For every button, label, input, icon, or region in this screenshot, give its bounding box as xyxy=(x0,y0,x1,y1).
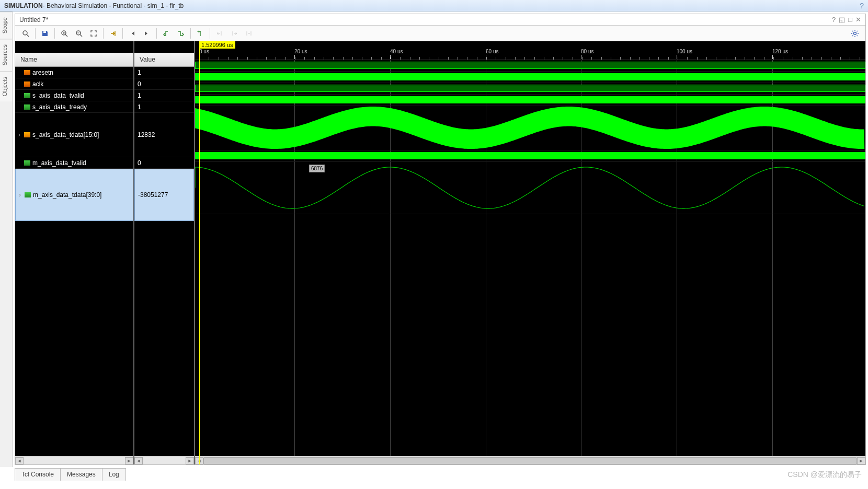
panel-help-icon[interactable]: ? xyxy=(832,16,836,24)
go-to-start-icon[interactable] xyxy=(126,27,139,40)
tab-messages[interactable]: Messages xyxy=(60,468,102,481)
signal-type-icon xyxy=(24,160,30,166)
svg-line-9 xyxy=(80,34,82,37)
tab-tcl-console[interactable]: Tcl Console xyxy=(15,468,61,481)
ruler-tick: 40 us xyxy=(390,49,403,54)
panel-restore-icon[interactable]: ◱ xyxy=(839,16,845,24)
scroll-right-icon[interactable]: ► xyxy=(125,457,133,464)
next-transition-icon[interactable] xyxy=(175,27,187,40)
value-header[interactable]: Value xyxy=(134,53,194,67)
scroll-right-icon[interactable]: ► xyxy=(857,457,865,464)
cursor-time-label[interactable]: 1.529996 us xyxy=(199,41,235,49)
tab-log[interactable]: Log xyxy=(102,468,126,481)
tab-objects[interactable]: Objects xyxy=(0,71,12,101)
waveform-row[interactable] xyxy=(195,83,865,95)
zoom-fit-icon[interactable] xyxy=(87,27,100,40)
settings-icon[interactable] xyxy=(849,27,861,40)
zoom-out-icon[interactable] xyxy=(73,27,85,40)
panel-close-icon[interactable]: ✕ xyxy=(855,16,861,24)
time-ruler[interactable]: 0 us20 us40 us60 us80 us100 us120 us xyxy=(195,49,865,60)
next-marker-icon[interactable] xyxy=(228,27,241,40)
ruler-tick: 120 us xyxy=(772,49,788,54)
signal-value-row[interactable]: -38051277 xyxy=(134,169,194,221)
signal-name-row[interactable]: s_axis_data_tvalid xyxy=(15,90,133,101)
zoom-in-icon[interactable] xyxy=(58,27,71,40)
signal-name-row[interactable]: aresetn xyxy=(15,67,133,78)
signal-name-row[interactable]: s_axis_data_tready xyxy=(15,101,133,113)
search-icon[interactable] xyxy=(19,27,32,40)
signal-value: 12832 xyxy=(138,131,155,138)
tab-sources[interactable]: Sources xyxy=(0,39,12,71)
toolbar: + xyxy=(15,26,865,41)
name-header[interactable]: Name xyxy=(15,53,133,67)
digital-wave xyxy=(195,62,865,69)
name-column: Name aresetnaclks_axis_data_tvalids_axis… xyxy=(15,41,134,464)
help-icon[interactable]: ? xyxy=(860,2,864,10)
signal-value-row[interactable]: 12832 xyxy=(134,113,194,157)
analog-wave xyxy=(195,162,865,214)
expand-icon[interactable]: › xyxy=(18,131,22,138)
signal-type-icon xyxy=(25,192,31,197)
signal-type-icon xyxy=(24,104,30,110)
value-column: Value 1011128320-38051277 ◄ ► xyxy=(134,41,195,464)
prev-transition-icon[interactable] xyxy=(160,27,173,40)
waveform-row[interactable]: 6876 xyxy=(195,162,865,214)
scroll-left-icon[interactable]: ◄ xyxy=(134,457,143,464)
cursor-line[interactable] xyxy=(199,41,200,464)
panel-title: Untitled 7* xyxy=(19,16,48,24)
waveform-area[interactable]: 1.529996 us 0 us20 us40 us60 us80 us100 … xyxy=(195,41,865,464)
add-marker-icon[interactable]: + xyxy=(194,27,207,40)
bottom-tab-strip: Tcl Console Messages Log xyxy=(15,468,125,481)
waveform-row[interactable] xyxy=(195,60,865,72)
waveform-row[interactable] xyxy=(195,106,865,150)
signal-name-row[interactable]: m_axis_data_tvalid xyxy=(15,157,133,169)
scroll-right-icon[interactable]: ► xyxy=(186,457,194,464)
value-scrollbar[interactable]: ◄ ► xyxy=(134,456,194,464)
ruler-tick: 80 us xyxy=(581,49,593,54)
signal-value-row[interactable]: 0 xyxy=(134,157,194,169)
svg-rect-2 xyxy=(43,31,46,33)
signal-value: -38051277 xyxy=(138,191,168,199)
save-icon[interactable] xyxy=(39,27,51,40)
signal-type-icon xyxy=(24,132,30,137)
name-scrollbar[interactable]: ◄ ► xyxy=(15,456,133,464)
signal-name: aresetn xyxy=(32,69,53,76)
expand-icon[interactable]: › xyxy=(19,191,23,199)
signal-name: aclk xyxy=(32,80,43,88)
signal-name: s_axis_data_tvalid xyxy=(32,92,84,99)
waveform-row[interactable] xyxy=(195,95,865,106)
waveform-row[interactable] xyxy=(195,150,865,162)
title-bold: SIMULATION xyxy=(4,2,43,9)
go-to-end-icon[interactable] xyxy=(141,27,153,40)
prev-marker-icon[interactable] xyxy=(213,27,226,40)
digital-wave xyxy=(195,85,865,92)
value-annotation: 6876 xyxy=(309,165,325,172)
svg-point-0 xyxy=(23,31,27,35)
signal-value-row[interactable]: 0 xyxy=(134,78,194,90)
wave-scrollbar[interactable]: ◄ ► xyxy=(195,456,865,464)
signal-value-row[interactable]: 1 xyxy=(134,90,194,101)
swap-markers-icon[interactable] xyxy=(243,27,255,40)
signal-name-row[interactable]: ›s_axis_data_tdata[15:0] xyxy=(15,113,133,157)
signal-type-icon xyxy=(24,93,30,98)
ruler-tick: 20 us xyxy=(294,49,307,54)
svg-text:+: + xyxy=(197,30,201,36)
waveform-row[interactable] xyxy=(195,72,865,83)
ruler-tick: 60 us xyxy=(486,49,498,54)
go-to-cursor-icon[interactable] xyxy=(107,27,119,40)
svg-point-14 xyxy=(854,32,856,34)
signal-name-row[interactable]: aclk xyxy=(15,78,133,90)
waveform-panel: Untitled 7* ? ◱ □ ✕ + xyxy=(15,14,866,465)
signal-name: s_axis_data_tready xyxy=(32,103,87,111)
scroll-left-icon[interactable]: ◄ xyxy=(15,457,24,464)
signal-value-row[interactable]: 1 xyxy=(134,67,194,78)
signal-name-row[interactable]: ›m_axis_data_tdata[39:0] xyxy=(15,169,133,221)
signal-value: 1 xyxy=(138,103,141,111)
ruler-tick: 100 us xyxy=(677,49,692,54)
tab-scope[interactable]: Scope xyxy=(0,11,12,39)
signal-value-row[interactable]: 1 xyxy=(134,101,194,113)
signal-value: 1 xyxy=(138,92,141,99)
scroll-thumb[interactable] xyxy=(203,457,857,464)
signal-name: m_axis_data_tdata[39:0] xyxy=(33,191,101,199)
panel-maximize-icon[interactable]: □ xyxy=(848,16,852,24)
